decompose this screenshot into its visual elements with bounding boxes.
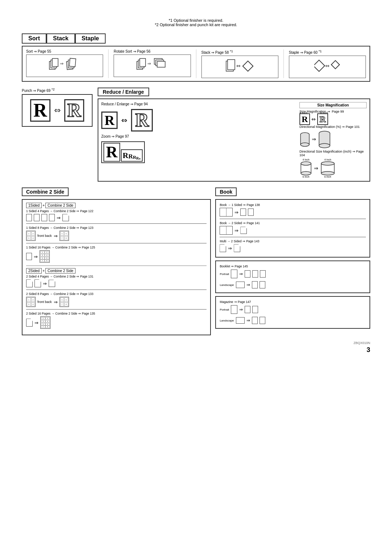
top-area: Sort Stack Staple Sort ⇒ Page 55 <box>22 33 370 82</box>
size-magnification-section: Size Magnification Size Magnification ⇒ … <box>299 102 367 178</box>
combine-header: Combine 2 Side <box>22 187 69 196</box>
booklet-portrait-landscape: Portrait ⇒ Landscape ⇒ <box>220 268 366 290</box>
svg-point-35 <box>321 162 334 165</box>
svg-point-31 <box>301 162 311 165</box>
magazine-arrow: ⇒ <box>234 300 238 304</box>
portrait-icon <box>231 270 237 278</box>
combine-2-side-outer: Combine 2 Side 1Sided + Combine 2 Side 1… <box>22 187 211 335</box>
reduce-enlarge-outer: Reduce / Enlarge Reduce / Enlarge ⇒ Page… <box>98 88 370 182</box>
zoom-r1: R <box>123 151 128 160</box>
label-1sided-4p: 1 Sided 4 Pages → Combine 2 Side ⇒ Page … <box>26 209 207 213</box>
tab-row-2sided: 2Sided + Combine 2 Side <box>26 268 207 274</box>
cyl-icon-sm <box>299 132 310 147</box>
v-sep-1 <box>108 49 109 78</box>
sep-1 <box>26 223 207 224</box>
label-1sided-8p: 1 Sided 8 Pages → Combine 2 Side ⇒ Page … <box>26 226 207 230</box>
mini-book-1 <box>220 208 233 217</box>
reduce-r-outline-big: R <box>131 109 153 132</box>
book-1sided-label: Book → 1 Sided ⇒ Page 138 <box>220 203 366 207</box>
stack-super: *1 <box>230 49 233 53</box>
size-mag-r-box: 4 Inch R ⇔ 4 Inch R <box>299 115 367 124</box>
arrow-1sided-4p: ⇒ <box>57 215 61 221</box>
sort-cell: Sort ⇒ Page 55 <box>26 49 103 77</box>
stack-arrow: ⇒ <box>211 50 215 54</box>
icon-row-1sided-16p: ⇒ 1 2 3 4 5 6 7 8 <box>26 250 207 263</box>
magazine-outer: Magazine ⇒ Page 147 Portrait ⇒ <box>215 296 370 329</box>
mag-landscape-label: Landscape <box>220 319 234 322</box>
book-2sided-section: Book → 2 Sided ⇒ Page 141 ⇒ <box>220 221 366 235</box>
dir-mag-inch-label: Directional Size Magnification (inch) ⇒ … <box>299 150 367 157</box>
reduce-left: Reduce / Enlarge ⇒ Page 94 R ⇔ R <box>101 102 297 165</box>
sort-icon: ⇒ <box>49 56 81 75</box>
size-mag-r-right-wrap: 4 Inch R <box>317 115 328 124</box>
mini-page-16-1 <box>26 253 32 260</box>
grid-2x2-4: 5 6 7 8 <box>60 297 69 307</box>
punch-double-arrow: ⇔ <box>54 106 61 115</box>
zoom-icon-row: R R R R R R <box>101 141 145 163</box>
sort-arrow: ⇒ <box>34 49 38 53</box>
front-back-label-2: front back <box>37 300 52 304</box>
reduce-double-arrow: ⇔ <box>121 116 127 125</box>
sort-icon-area: ⇒ <box>26 54 103 77</box>
stack-label: Stack ⇒ Page 58 *1 <box>201 49 233 54</box>
book-border-box: Book → 1 Sided ⇒ Page 138 ⇒ <box>215 199 370 258</box>
rotate-sort-text: Rotate Sort <box>114 49 132 53</box>
tab-combine-2side-2: Combine 2 Side <box>45 268 75 274</box>
reduce-sub-page: Page 94 <box>134 102 148 106</box>
mag-portrait-page2 <box>252 306 258 313</box>
svg-rect-20 <box>331 61 340 69</box>
mag-landscape-row: Landscape ⇒ <box>220 317 366 324</box>
mini-book-2 <box>220 226 233 235</box>
svg-point-30 <box>319 143 330 148</box>
tab-2sided: 2Sided <box>26 268 42 274</box>
combine-border-box: 1Sided + Combine 2 Side 1 Sided 4 Pages … <box>22 199 211 335</box>
mini-page-3 <box>41 214 47 221</box>
zoom-small-rs: R R R R R <box>121 149 143 162</box>
zoom-page: Page 97 <box>115 134 129 138</box>
zoom-r5: R <box>139 157 141 160</box>
size-mag-inch-label-right: 4 Inch <box>320 111 328 114</box>
punch-arrow: ⇒ <box>33 89 37 93</box>
booklet-portrait-label: Portrait <box>220 272 229 276</box>
mini-fold-multi-1 <box>220 244 226 252</box>
second-row: Punch ⇒ Page 69 *2 R ⇔ R Reduce / Enlarg… <box>22 88 370 182</box>
stack-icon: ⇔ <box>225 57 254 76</box>
book-outer: Book Book → 1 Sided ⇒ Page 138 ⇒ <box>215 187 370 329</box>
mini-fold-multi-2 <box>234 244 240 252</box>
arrow-2sided-16p: ⇒ <box>34 320 38 325</box>
magazine-border-box: Magazine ⇒ Page 147 Portrait ⇒ <box>215 296 370 329</box>
reduce-enlarge-title: Reduce / Enlarge <box>98 88 149 96</box>
zoom-r4: R <box>136 156 139 160</box>
stack-page: Page 58 <box>215 50 229 54</box>
sort-stack-staple-box: Sort ⇒ Page 55 <box>22 46 370 82</box>
rotate-sort-icon: ⇒ <box>136 56 168 75</box>
punch-icon-box: R ⇔ R <box>22 94 93 127</box>
combine-divider <box>26 266 207 266</box>
sort-label: Sort ⇒ Page 55 <box>26 49 51 53</box>
reduce-sub-arrow: ⇒ <box>130 102 134 106</box>
size-mag-r-solid: R <box>299 113 310 125</box>
dir-mag-page: Page 101 <box>346 125 360 129</box>
plus-2: + <box>42 269 45 273</box>
size-mag-r-left-wrap: 4 Inch R <box>299 115 310 124</box>
staple-icon: ⇔ <box>314 57 340 76</box>
rotate-sort-cell: Rotate Sort ⇒ Page 56 ⇒ <box>114 49 191 77</box>
magazine-text: Magazine <box>220 300 233 304</box>
reduce-sub-text: Reduce / Enlarge <box>101 102 129 106</box>
icon-row-2sided-8p: 1 2 3 4 front back ⇒ 5 6 7 8 <box>26 297 207 307</box>
magazine-page: Page 147 <box>238 300 251 304</box>
sss-inner-row: Sort ⇒ Page 55 <box>26 49 366 78</box>
booklet-portrait-row: Portrait ⇒ <box>220 270 366 278</box>
mini-page-4 <box>49 214 55 221</box>
label-2sided-4p: 2 Sided 4 Pages → Combine 2 Side ⇒ Page … <box>26 275 207 278</box>
cyl2-inch-top-r: 4 Inch <box>324 158 331 161</box>
grid-4-1: 1 2 3 4 5 6 7 8 <box>40 250 50 263</box>
mag-landscape-icon <box>236 317 245 324</box>
front-back-label-1: front back <box>37 234 52 238</box>
reduce-big-r-row: R ⇔ R <box>101 109 297 132</box>
mag-landscape-arrow: ⇒ <box>246 318 250 323</box>
grid-4-2: 1 2 3 4 5 6 7 8 <box>40 316 50 329</box>
landscape-icon <box>236 282 245 288</box>
svg-point-25 <box>301 143 309 146</box>
book-1sided-icons: ⇒ <box>220 208 366 217</box>
